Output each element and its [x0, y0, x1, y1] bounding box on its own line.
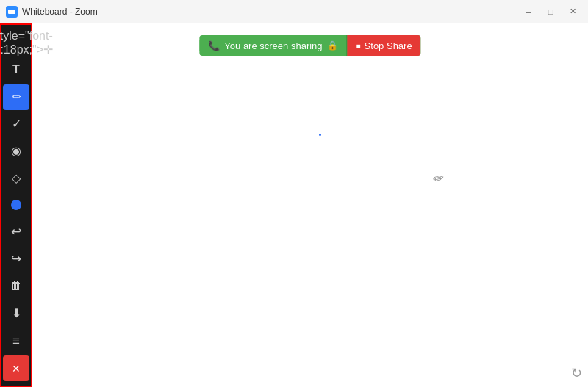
tool-pen[interactable]: ✏ — [3, 84, 29, 110]
screen-share-bar: 📞 You are screen sharing 🔒 ■ Stop Share — [199, 35, 420, 56]
tool-menu[interactable]: ≡ — [3, 329, 29, 355]
menu-icon: ≡ — [12, 334, 20, 349]
pencil-cursor-icon: ✏ — [431, 169, 445, 187]
text-icon: T — [12, 63, 20, 76]
redo-icon: ↪ — [11, 251, 21, 267]
canvas-dot — [319, 134, 321, 136]
minimize-button[interactable]: – — [519, 4, 538, 19]
screen-share-info: 📞 You are screen sharing 🔒 — [199, 40, 346, 51]
sidebar: +" style="font-size:18px;">✛ T ✏ ✓ ◉ ◇ ↩… — [0, 23, 32, 387]
title-bar: Whiteboard - Zoom – □ ✕ — [0, 0, 588, 23]
pen-icon: ✏ — [12, 90, 21, 104]
undo-icon: ↩ — [11, 224, 21, 239]
tool-target[interactable]: ◉ — [3, 138, 29, 164]
title-bar-left: Whiteboard - Zoom — [6, 6, 98, 18]
maximize-button[interactable]: □ — [541, 4, 560, 19]
tool-undo[interactable]: ↩ — [3, 220, 29, 245]
tool-move[interactable]: +" style="font-size:18px;">✛ — [3, 29, 29, 56]
refresh-icon[interactable]: ↻ — [571, 365, 582, 381]
close-button[interactable]: ✕ — [563, 4, 582, 19]
tool-eraser[interactable]: ◇ — [3, 165, 29, 191]
tool-delete[interactable]: 🗑 — [3, 273, 29, 299]
shield-icon: 🔒 — [327, 40, 338, 51]
tool-color[interactable] — [3, 192, 29, 218]
delete-icon: 🗑 — [10, 279, 22, 292]
title-bar-controls: – □ ✕ — [519, 4, 582, 19]
check-icon: ✓ — [12, 117, 21, 131]
eraser-icon: ◇ — [12, 171, 21, 185]
window-title: Whiteboard - Zoom — [22, 7, 98, 17]
zoom-icon — [6, 6, 18, 18]
whiteboard-canvas[interactable]: 📞 You are screen sharing 🔒 ■ Stop Share … — [32, 23, 588, 387]
stop-share-button[interactable]: ■ Stop Share — [348, 35, 421, 56]
tool-download[interactable]: ⬇ — [3, 300, 29, 326]
stop-share-label: Stop Share — [365, 40, 412, 51]
target-icon: ◉ — [11, 144, 21, 158]
tool-redo[interactable]: ↪ — [3, 246, 29, 272]
close-icon: ✕ — [12, 363, 21, 375]
tool-check[interactable]: ✓ — [3, 112, 29, 137]
stop-icon: ■ — [356, 42, 361, 50]
tool-text[interactable]: T — [3, 57, 29, 83]
screen-share-label: You are screen sharing — [224, 40, 322, 51]
phone-icon: 📞 — [208, 40, 220, 51]
svg-rect-1 — [8, 10, 15, 14]
download-icon: ⬇ — [12, 306, 21, 320]
tool-close[interactable]: ✕ — [3, 355, 29, 381]
main-container: +" style="font-size:18px;">✛ T ✏ ✓ ◉ ◇ ↩… — [0, 23, 588, 387]
move-icon: +" style="font-size:18px;">✛ — [0, 29, 53, 57]
